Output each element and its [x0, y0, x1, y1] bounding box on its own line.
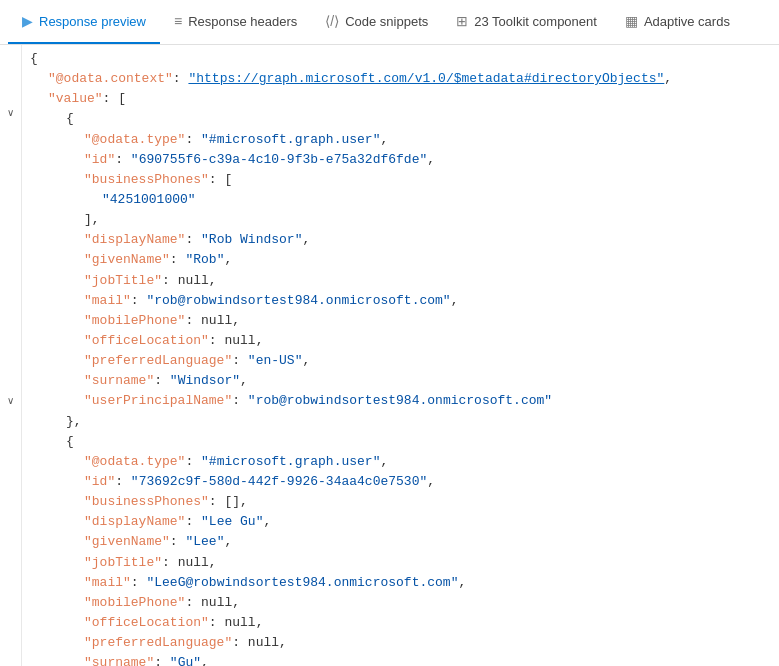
json-key: "preferredLanguage"	[84, 633, 232, 653]
json-line: "value": [	[30, 89, 779, 109]
gutter-chevron-row[interactable]: ∨	[0, 103, 21, 121]
json-value: "Lee"	[185, 532, 224, 552]
gutter-chevron-row	[0, 427, 21, 445]
json-line: "jobTitle": null,	[30, 271, 779, 291]
json-line: "mail": "rob@robwindsortest984.onmicroso…	[30, 291, 779, 311]
gutter-chevron-row	[0, 319, 21, 337]
bracket: {	[30, 49, 38, 69]
gutter-chevron-row	[0, 157, 21, 175]
json-key: "mobilePhone"	[84, 311, 185, 331]
gutter-chevron-row	[0, 607, 21, 625]
gutter-chevron-row	[0, 121, 21, 139]
json-key: "@odata.type"	[84, 130, 185, 150]
gutter-chevron-row	[0, 139, 21, 157]
json-value: "#microsoft.graph.user"	[201, 452, 380, 472]
json-key: "preferredLanguage"	[84, 351, 232, 371]
toolkit-component-icon: ⊞	[456, 13, 468, 29]
json-key: "jobTitle"	[84, 271, 162, 291]
gutter-chevron-row	[0, 409, 21, 427]
json-line: "businessPhones": [],	[30, 492, 779, 512]
tab-toolkit-component[interactable]: ⊞ 23 Toolkit component	[442, 0, 611, 44]
bracket: },	[66, 412, 82, 432]
json-line: "mobilePhone": null,	[30, 311, 779, 331]
tab-response-headers-label: Response headers	[188, 14, 297, 29]
tab-response-preview-label: Response preview	[39, 14, 146, 29]
json-key: "givenName"	[84, 532, 170, 552]
gutter-chevron-row[interactable]: ∨	[0, 391, 21, 409]
json-link-value[interactable]: "https://graph.microsoft.com/v1.0/$metad…	[188, 69, 664, 89]
json-value: "73692c9f-580d-442f-9926-34aa4c0e7530"	[131, 472, 427, 492]
json-line: "id": "73692c9f-580d-442f-9926-34aa4c0e7…	[30, 472, 779, 492]
tab-response-headers[interactable]: ≡ Response headers	[160, 0, 311, 44]
json-value: "#microsoft.graph.user"	[201, 130, 380, 150]
json-line: },	[30, 412, 779, 432]
chevron-down-icon: ∨	[7, 107, 14, 118]
json-line: "surname": "Windsor",	[30, 371, 779, 391]
json-key: "displayName"	[84, 230, 185, 250]
gutter-chevron-row	[0, 211, 21, 229]
gutter-chevron-row	[0, 283, 21, 301]
json-key: "userPrincipalName"	[84, 391, 232, 411]
json-line: "mobilePhone": null,	[30, 593, 779, 613]
json-line: "officeLocation": null,	[30, 613, 779, 633]
json-value: "Rob Windsor"	[201, 230, 302, 250]
json-line: "givenName": "Lee",	[30, 532, 779, 552]
json-line: {	[30, 432, 779, 452]
json-null-value: null	[201, 311, 232, 331]
code-snippets-icon: ⟨/⟩	[325, 13, 339, 29]
tab-bar: ▶ Response preview ≡ Response headers ⟨/…	[0, 0, 779, 45]
json-line: "@odata.type": "#microsoft.graph.user",	[30, 452, 779, 472]
gutter-chevron-row	[0, 193, 21, 211]
gutter-chevron-row	[0, 463, 21, 481]
json-value: "Rob"	[185, 250, 224, 270]
gutter-chevron-row	[0, 67, 21, 85]
json-line: "userPrincipalName": "rob@robwindsortest…	[30, 391, 779, 411]
json-value: "Gu"	[170, 653, 201, 666]
gutter-chevron-row	[0, 301, 21, 319]
json-line: "4251001000"	[30, 190, 779, 210]
tab-adaptive-cards[interactable]: ▦ Adaptive cards	[611, 0, 744, 44]
json-null-value: null	[178, 553, 209, 573]
json-line: "displayName": "Rob Windsor",	[30, 230, 779, 250]
json-panel[interactable]: {"@odata.context": "https://graph.micros…	[22, 45, 779, 666]
json-line: ],	[30, 210, 779, 230]
json-line: "id": "690755f6-c39a-4c10-9f3b-e75a32df6…	[30, 150, 779, 170]
json-line: "surname": "Gu",	[30, 653, 779, 666]
json-key: "surname"	[84, 653, 154, 666]
json-value: "rob@robwindsortest984.onmicrosoft.com"	[146, 291, 450, 311]
json-line: "givenName": "Rob",	[30, 250, 779, 270]
json-bracket: [	[224, 170, 232, 190]
json-line: "officeLocation": null,	[30, 331, 779, 351]
json-value: "4251001000"	[102, 190, 196, 210]
gutter-chevron-row	[0, 445, 21, 463]
json-line: "mail": "LeeG@robwindsortest984.onmicros…	[30, 573, 779, 593]
json-key: "mobilePhone"	[84, 593, 185, 613]
json-bracket: [	[118, 89, 126, 109]
gutter-chevron-row	[0, 49, 21, 67]
gutter-chevron-row	[0, 481, 21, 499]
json-line: "businessPhones": [	[30, 170, 779, 190]
tab-response-preview[interactable]: ▶ Response preview	[8, 0, 160, 44]
tab-adaptive-cards-label: Adaptive cards	[644, 14, 730, 29]
json-key: "mail"	[84, 291, 131, 311]
bracket: ],	[84, 210, 100, 230]
gutter-chevron-row	[0, 175, 21, 193]
gutter-chevron-row	[0, 85, 21, 103]
json-key: "surname"	[84, 371, 154, 391]
json-key: "id"	[84, 150, 115, 170]
gutter-chevron-row	[0, 355, 21, 373]
gutter-chevron-row	[0, 247, 21, 265]
json-key: "businessPhones"	[84, 170, 209, 190]
response-preview-icon: ▶	[22, 13, 33, 29]
bracket: {	[66, 432, 74, 452]
json-key: "displayName"	[84, 512, 185, 532]
tab-code-snippets[interactable]: ⟨/⟩ Code snippets	[311, 0, 442, 44]
json-null-value: null	[224, 613, 255, 633]
json-key: "id"	[84, 472, 115, 492]
json-key: "jobTitle"	[84, 553, 162, 573]
gutter-chevron-row	[0, 229, 21, 247]
json-line: {	[30, 109, 779, 129]
json-line: "jobTitle": null,	[30, 553, 779, 573]
json-null-value: null	[248, 633, 279, 653]
json-key: "businessPhones"	[84, 492, 209, 512]
